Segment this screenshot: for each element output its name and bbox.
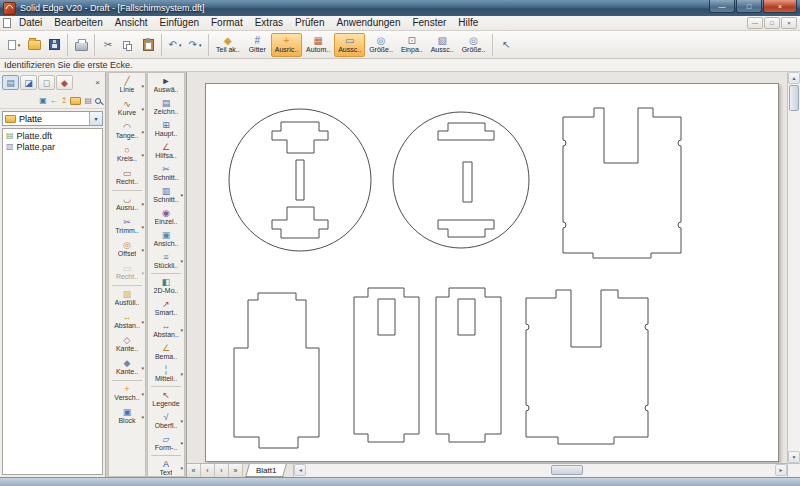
new-folder-icon[interactable]: [70, 97, 81, 105]
tool-fill[interactable]: ▨Ausfüll..: [109, 287, 145, 310]
zoom-size-2-button[interactable]: ◎Größe..: [458, 33, 490, 57]
tool-tangent-arc[interactable]: ◠Tange..▾: [109, 120, 145, 143]
dropdown-arrow-icon[interactable]: ▾: [180, 258, 183, 264]
zoom-size-button[interactable]: ◎Größe..: [365, 33, 397, 57]
menu-item-einfgen[interactable]: Einfügen: [154, 16, 205, 30]
menu-item-bearbeiten[interactable]: Bearbeiten: [48, 16, 108, 30]
groups-tab[interactable]: ◻: [38, 75, 55, 90]
tool-detail-view[interactable]: ◉Einzel..: [148, 206, 184, 228]
tool-auxiliary-view[interactable]: ∠Hilfsa..: [148, 140, 184, 162]
grid-button[interactable]: #Gitter: [244, 33, 271, 57]
print-button[interactable]: [71, 33, 91, 57]
dropdown-arrow-icon[interactable]: ▾: [141, 129, 144, 135]
vertical-scrollbar[interactable]: ▲ ▼: [787, 72, 800, 463]
cut-button[interactable]: ✂: [98, 33, 118, 57]
tool-circle[interactable]: ○Kreis..▾: [109, 143, 145, 166]
dropdown-arrow-icon[interactable]: ▾: [141, 83, 144, 89]
sheet-nav-button-2[interactable]: ›: [215, 464, 229, 477]
horizontal-scroll-thumb[interactable]: [551, 465, 583, 475]
menu-item-hilfe[interactable]: Hilfe: [452, 16, 484, 30]
menu-item-format[interactable]: Format: [205, 16, 249, 30]
tool-feature-control-frame[interactable]: ▱Form-..▾: [148, 432, 184, 454]
back-icon[interactable]: ←: [50, 97, 58, 105]
mdi-restore-button[interactable]: □: [764, 17, 780, 29]
tool-select[interactable]: ►Auswä..: [148, 74, 184, 96]
dropdown-arrow-icon[interactable]: ▾: [141, 414, 144, 420]
tool-2d-model[interactable]: ◧2D-Mo..: [148, 275, 184, 297]
tool-offset[interactable]: ◎Offset▾: [109, 238, 145, 261]
zoom-area-button[interactable]: ▭Aussc..: [334, 33, 365, 57]
menu-item-anwendungen[interactable]: Anwendungen: [331, 16, 407, 30]
minimize-button[interactable]: —: [709, 0, 735, 13]
mdi-minimize-button[interactable]: —: [747, 17, 763, 29]
sheet-nav-button-0[interactable]: «: [187, 464, 201, 477]
file-item[interactable]: ▤Platte.dft: [3, 130, 102, 141]
tool-trim[interactable]: ✂Trimm..▾: [109, 215, 145, 238]
save-button[interactable]: [44, 33, 64, 57]
tool-surface-finish[interactable]: √Oberfl..▾: [148, 410, 184, 432]
library-tab[interactable]: ▤: [2, 75, 19, 90]
activate-part-button[interactable]: ◆Teil ak..: [212, 33, 244, 57]
tool-rectangle-2[interactable]: ▭Recht..▾: [109, 261, 145, 284]
view-mode-icon[interactable]: ▤: [84, 97, 92, 105]
tool-fillet[interactable]: ◡Ausru..▾: [109, 192, 145, 215]
tool-text[interactable]: AText▾: [148, 457, 184, 477]
paste-button[interactable]: [138, 33, 158, 57]
sheet-nav-button-1[interactable]: ‹: [201, 464, 215, 477]
folder-dropdown[interactable]: Platte ▾: [2, 111, 103, 126]
vertical-scroll-thumb[interactable]: [789, 85, 799, 111]
dropdown-arrow-icon[interactable]: ▾: [141, 201, 144, 207]
document-icon[interactable]: [3, 18, 11, 28]
dropdown-arrow-icon[interactable]: ▾: [180, 440, 183, 446]
dropdown-arrow-icon[interactable]: ▾: [180, 192, 183, 198]
dropdown-arrow-icon[interactable]: ▾: [141, 106, 144, 112]
undo-button[interactable]: ↶▾: [165, 33, 185, 57]
open-button[interactable]: [24, 33, 44, 57]
new-document-button[interactable]: ▾: [4, 33, 24, 57]
maximize-button[interactable]: □: [736, 0, 762, 13]
dropdown-arrow-icon[interactable]: ▾: [141, 247, 144, 253]
horizontal-scrollbar[interactable]: ◄ ►: [293, 464, 787, 477]
scroll-down-icon[interactable]: ▼: [788, 451, 800, 463]
tool-line[interactable]: ╱Linie▾: [109, 74, 145, 97]
tool-centerline[interactable]: ╎Mitteli..▾: [148, 363, 184, 385]
dropdown-arrow-icon[interactable]: ▾: [180, 327, 183, 333]
layers-tab[interactable]: ◪: [20, 75, 37, 90]
tool-edge-2[interactable]: ◆Kante..▾: [109, 356, 145, 379]
align-button[interactable]: +Ausric..: [271, 33, 302, 57]
menu-item-ansicht[interactable]: Ansicht: [109, 16, 154, 30]
edgebar-close-icon[interactable]: ×: [92, 78, 103, 87]
scroll-up-icon[interactable]: ▲: [788, 72, 800, 84]
search-icon[interactable]: [95, 98, 101, 104]
scroll-left-icon[interactable]: ◄: [294, 464, 306, 476]
sheet-nav-button-3[interactable]: »: [229, 464, 243, 477]
tool-view-wizard[interactable]: ▣Ansich..: [148, 228, 184, 250]
sheet-tab-blatt1[interactable]: Blatt1: [245, 464, 287, 477]
tool-parts-list[interactable]: ≡Stückli..▾: [148, 250, 184, 272]
dropdown-arrow-icon[interactable]: ▾: [141, 224, 144, 230]
menu-item-prfen[interactable]: Prüfen: [289, 16, 330, 30]
menu-item-extras[interactable]: Extras: [249, 16, 289, 30]
menu-item-datei[interactable]: Datei: [13, 16, 48, 30]
tool-distance[interactable]: ↔Abstan..▾: [109, 310, 145, 333]
tool-cutting-plane[interactable]: ✂Schnitt..: [148, 162, 184, 184]
preview-icon[interactable]: ▣: [39, 97, 47, 105]
tool-principal-view[interactable]: ⊞Haupt..: [148, 118, 184, 140]
dropdown-arrow-icon[interactable]: ▾: [141, 152, 144, 158]
dropdown-arrow-icon[interactable]: ▾: [141, 365, 144, 371]
dropdown-arrow-icon[interactable]: ▾: [180, 371, 183, 377]
dropdown-arrow-icon[interactable]: ▾: [141, 270, 144, 276]
tool-block[interactable]: ▣Block▾: [109, 405, 145, 428]
tool-curve[interactable]: ∿Kurve▾: [109, 97, 145, 120]
redo-button[interactable]: ↷▾: [185, 33, 205, 57]
dropdown-arrow-icon[interactable]: ▾: [141, 319, 144, 325]
tool-rectangle[interactable]: ▭Recht..: [109, 166, 145, 189]
automatic-button[interactable]: ▦Autom..: [302, 33, 334, 57]
up-icon[interactable]: ↥: [61, 97, 68, 105]
file-item[interactable]: ▧Platte.par: [3, 141, 102, 152]
zoom-area-2-button[interactable]: ▧Aussc..: [427, 33, 458, 57]
menu-item-fenster[interactable]: Fenster: [406, 16, 452, 30]
close-button[interactable]: ×: [763, 0, 797, 13]
tool-dimension[interactable]: ∠Bema..: [148, 341, 184, 363]
dropdown-arrow-icon[interactable]: ▾: [89, 112, 102, 125]
